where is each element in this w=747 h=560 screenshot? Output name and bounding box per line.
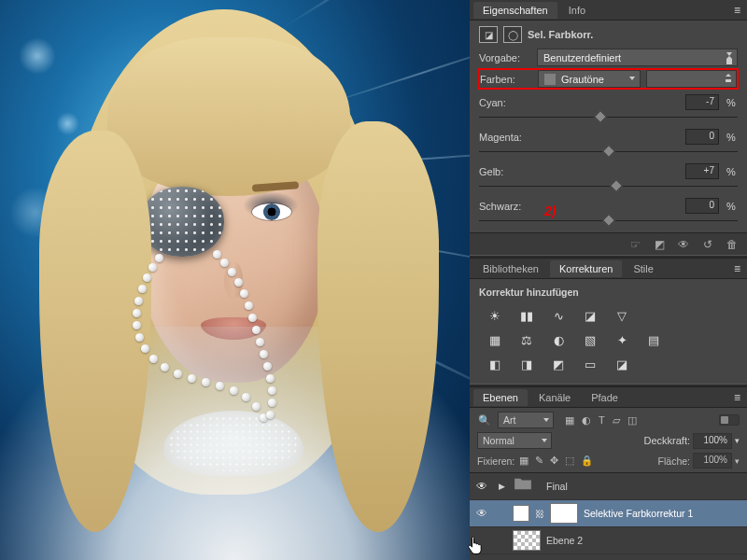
tab-properties[interactable]: Eigenschaften <box>473 2 557 19</box>
blend-mode-dropdown[interactable]: Normal <box>477 432 552 449</box>
preset-label: Vorgabe: <box>479 52 531 63</box>
layers-panel-tabs: Ebenen Kanäle Pfade ≡ <box>470 387 747 408</box>
color-balance-icon[interactable]: ⚖ <box>516 330 537 349</box>
black-label: Schwarz: <box>479 201 535 212</box>
trash-icon[interactable]: 🗑 <box>725 237 740 252</box>
add-adjustment-heading: Korrektur hinzufügen <box>479 287 738 298</box>
visibility-toggle[interactable]: 👁 <box>473 480 490 493</box>
colors-dropdown[interactable]: Grautöne <box>538 70 641 88</box>
tab-adjustments[interactable]: Korrekturen <box>550 260 622 277</box>
document-canvas <box>0 0 470 560</box>
filter-shape-icon[interactable]: ▱ <box>613 414 620 427</box>
channel-mixer-icon[interactable]: ✦ <box>612 330 632 349</box>
reset-icon[interactable]: ↺ <box>700 237 715 252</box>
exposure-icon[interactable]: ◪ <box>580 306 600 325</box>
layer-ebene-2[interactable]: Ebene 2 <box>470 527 747 554</box>
invert-icon[interactable]: ◧ <box>485 355 505 373</box>
visibility-toggle[interactable] <box>473 534 490 547</box>
layer-selective-color[interactable]: 👁 ⛓ Selektive Farbkorrektur 1 <box>470 500 747 527</box>
tab-styles[interactable]: Stile <box>624 260 662 277</box>
layer-filter-kind-dropdown[interactable]: Art <box>498 412 554 428</box>
filter-smart-icon[interactable]: ◫ <box>627 414 637 427</box>
fill-value[interactable]: 100% <box>693 453 732 469</box>
lock-label: Fixieren: <box>477 455 514 467</box>
lock-artboard-icon[interactable]: ⬚ <box>565 455 574 467</box>
layer-filter-toggle[interactable] <box>719 414 740 426</box>
adjustments-panel-menu-icon[interactable]: ≡ <box>728 262 747 275</box>
color-lookup-icon[interactable]: ▤ <box>643 330 664 349</box>
photo-filter-icon[interactable]: ▧ <box>580 330 600 349</box>
yellow-label: Gelb: <box>479 166 535 177</box>
layers-panel-menu-icon[interactable]: ≡ <box>728 391 747 404</box>
filter-adjust-icon[interactable]: ◐ <box>582 414 591 427</box>
filter-pixel-icon[interactable]: ▦ <box>565 414 574 427</box>
selective-color-icon[interactable]: ◪ <box>612 355 632 373</box>
hue-sat-icon[interactable]: ▦ <box>485 330 505 349</box>
gradient-map-icon[interactable]: ▭ <box>580 355 600 373</box>
vibrance-icon[interactable]: ▽ <box>612 306 632 325</box>
clip-to-layer-icon[interactable]: ◩ <box>652 237 667 252</box>
disclosure-icon[interactable]: ▶ <box>496 482 507 491</box>
posterize-icon[interactable]: ◨ <box>516 355 537 373</box>
layer-thumb[interactable] <box>513 530 541 551</box>
adjustments-panel-tabs: Bibliotheken Korrekturen Stile ≡ <box>470 259 747 279</box>
lock-pixels-icon[interactable]: ✎ <box>535 455 543 467</box>
visibility-toggle[interactable]: 👁 <box>473 507 490 520</box>
yellow-slider[interactable] <box>479 177 738 192</box>
tab-channels[interactable]: Kanäle <box>529 389 580 406</box>
lock-all-icon[interactable]: 🔒 <box>581 455 593 467</box>
magenta-slider[interactable] <box>479 143 738 158</box>
opacity-label: Deckkraft: <box>643 435 690 446</box>
brightness-contrast-icon[interactable]: ☀ <box>485 306 505 325</box>
colors-label: Farben: <box>480 74 532 85</box>
fill-label: Fläche: <box>658 455 690 467</box>
mask-icon[interactable]: ◯ <box>503 26 522 43</box>
adjustment-type-icon: ◪ <box>479 26 498 43</box>
adjustment-thumb-icon <box>513 505 529 522</box>
mask-thumb[interactable] <box>550 503 578 524</box>
levels-icon[interactable]: ▮▮ <box>516 306 537 325</box>
view-previous-icon[interactable]: 👁 <box>676 237 691 252</box>
fill-chevron-icon[interactable]: ▾ <box>735 456 740 466</box>
curves-icon[interactable]: ∿ <box>548 306 569 325</box>
preset-dropdown[interactable]: Benutzerdefiniert <box>537 49 738 66</box>
adjustment-name: Sel. Farbkorr. <box>528 29 593 40</box>
tab-layers[interactable]: Ebenen <box>473 389 528 406</box>
opacity-value[interactable]: 100% <box>693 433 732 449</box>
cyan-slider[interactable] <box>479 108 738 123</box>
targeted-adjust-icon[interactable]: ☞ <box>627 237 642 252</box>
tab-info[interactable]: Info <box>559 2 595 19</box>
properties-panel-body: ◪ ◯ Sel. Farbkorr. Vorgabe: Benutzerdefi… <box>470 21 747 232</box>
layer-group-final[interactable]: 👁 ▶ Final <box>470 473 747 500</box>
bw-icon[interactable]: ◐ <box>548 330 569 349</box>
opacity-chevron-icon[interactable]: ▾ <box>735 436 740 445</box>
filter-type-icon[interactable]: T <box>599 414 605 427</box>
link-mask-icon[interactable]: ⛓ <box>535 509 544 519</box>
layer-list: 👁 ▶ Final 👁 ⛓ Selektive Farbkorrektur 1 … <box>470 473 747 560</box>
black-slider[interactable] <box>479 212 738 227</box>
lock-position-icon[interactable]: ✥ <box>550 455 558 467</box>
colors-dropdown-ext[interactable] <box>646 70 737 88</box>
lock-transparency-icon[interactable]: ▦ <box>519 455 529 467</box>
properties-panel-menu-icon[interactable]: ≡ <box>728 4 747 17</box>
magenta-label: Magenta: <box>479 132 535 143</box>
threshold-icon[interactable]: ◩ <box>548 355 569 373</box>
layer-filter-search-icon[interactable]: 🔍 <box>477 414 492 427</box>
cyan-label: Cyan: <box>479 97 535 108</box>
properties-footer: ☞ ◩ 👁 ↺ 🗑 <box>470 232 747 255</box>
properties-panel-tabs: Eigenschaften Info ≡ <box>470 0 747 21</box>
folder-icon <box>513 476 541 497</box>
tab-libraries[interactable]: Bibliotheken <box>473 260 548 277</box>
tab-paths[interactable]: Pfade <box>582 389 627 406</box>
